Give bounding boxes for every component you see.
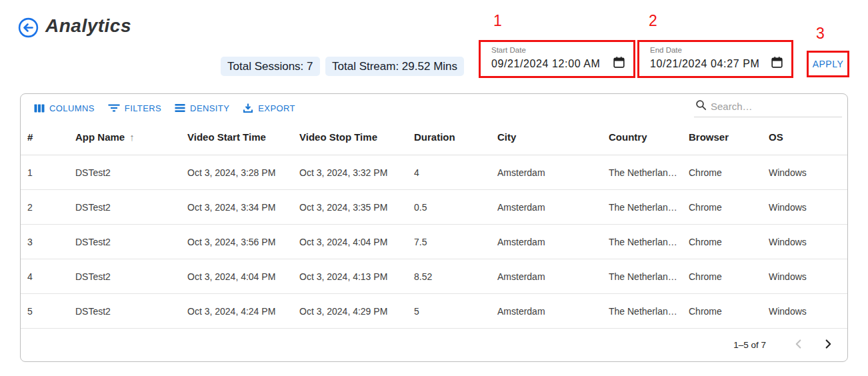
- sort-ascending-icon[interactable]: ↑: [129, 131, 135, 143]
- cell-app-name: DSTest2: [75, 271, 187, 282]
- cell-app-name: DSTest2: [75, 167, 187, 178]
- annotation-box-3: APPLY: [807, 51, 849, 77]
- cell-browser: Chrome: [689, 202, 769, 213]
- analytics-page: Analytics Total Sessions: 7 Total Stream…: [0, 0, 868, 376]
- cell-city: Amsterdam: [497, 202, 609, 213]
- annotation-number-3: 3: [816, 25, 825, 43]
- column-header-video-stop[interactable]: Video Stop Time: [299, 131, 414, 143]
- filters-button[interactable]: FILTERS: [101, 101, 168, 116]
- cell-video-stop-time: Oct 3, 2024, 4:13 PM: [299, 271, 414, 282]
- column-header-city[interactable]: City: [497, 131, 609, 143]
- end-date-value: 10/21/2024 04:27 PM: [650, 58, 759, 70]
- density-button-label: DENSITY: [190, 103, 229, 113]
- cell-index: 2: [27, 202, 75, 213]
- cell-city: Amsterdam: [497, 306, 609, 317]
- columns-button-label: COLUMNS: [49, 103, 95, 113]
- cell-app-name: DSTest2: [75, 237, 187, 247]
- cell-country: The Netherlan…: [609, 306, 689, 317]
- table-header-row: # App Name ↑ Video Start Time Video Stop…: [21, 119, 847, 155]
- cell-video-start-time: Oct 3, 2024, 3:34 PM: [187, 202, 299, 213]
- annotation-number-2: 2: [649, 12, 657, 30]
- search-input[interactable]: [711, 101, 841, 112]
- start-date-input[interactable]: Start Date 09/21/2024 12:00 AM: [481, 42, 633, 76]
- cell-duration: 4: [414, 167, 497, 178]
- calendar-icon[interactable]: [771, 56, 783, 71]
- next-page-button[interactable]: [818, 335, 838, 355]
- cell-video-start-time: Oct 3, 2024, 4:24 PM: [187, 306, 299, 317]
- cell-duration: 5: [414, 306, 497, 317]
- cell-video-stop-time: Oct 3, 2024, 4:04 PM: [299, 237, 414, 247]
- cell-duration: 7.5: [414, 237, 497, 247]
- calendar-icon[interactable]: [613, 56, 625, 71]
- cell-index: 3: [27, 237, 75, 247]
- annotation-box-1: Start Date 09/21/2024 12:00 AM: [479, 40, 635, 78]
- cell-city: Amsterdam: [497, 271, 609, 282]
- cell-app-name: DSTest2: [75, 202, 187, 213]
- search-icon: [695, 99, 707, 113]
- filters-button-label: FILTERS: [125, 103, 161, 113]
- cell-country: The Netherlan…: [609, 167, 689, 178]
- chevron-left-icon: [791, 337, 806, 353]
- cell-video-start-time: Oct 3, 2024, 4:04 PM: [187, 271, 299, 282]
- density-button[interactable]: DENSITY: [168, 101, 236, 116]
- cell-city: Amsterdam: [497, 167, 609, 178]
- cell-video-stop-time: Oct 3, 2024, 3:32 PM: [299, 167, 414, 178]
- cell-country: The Netherlan…: [609, 271, 689, 282]
- pagination-range: 1–5 of 7: [733, 340, 766, 350]
- cell-os: Windows: [769, 237, 847, 247]
- cell-browser: Chrome: [689, 271, 769, 282]
- columns-button[interactable]: COLUMNS: [27, 101, 101, 116]
- density-icon: [175, 103, 185, 113]
- cell-country: The Netherlan…: [609, 202, 689, 213]
- total-stream-badge: Total Stream: 29.52 Mins: [325, 57, 464, 76]
- start-date-label: Start Date: [491, 46, 625, 54]
- cell-duration: 8.52: [414, 271, 497, 282]
- cell-browser: Chrome: [689, 167, 769, 178]
- cell-index: 1: [27, 167, 75, 178]
- table-row[interactable]: 2 DSTest2 Oct 3, 2024, 3:34 PM Oct 3, 20…: [21, 190, 847, 225]
- column-header-country[interactable]: Country: [609, 131, 689, 143]
- apply-button[interactable]: APPLY: [813, 59, 844, 69]
- cell-app-name: DSTest2: [75, 306, 187, 317]
- chevron-right-icon: [821, 337, 835, 353]
- export-button-label: EXPORT: [258, 103, 295, 113]
- cell-browser: Chrome: [689, 237, 769, 247]
- column-header-index[interactable]: #: [27, 131, 75, 143]
- cell-duration: 0.5: [414, 202, 497, 213]
- total-sessions-badge: Total Sessions: 7: [221, 57, 320, 76]
- cell-video-start-time: Oct 3, 2024, 3:28 PM: [187, 167, 299, 178]
- table-row[interactable]: 1 DSTest2 Oct 3, 2024, 3:28 PM Oct 3, 20…: [21, 155, 847, 190]
- column-header-app-name[interactable]: App Name ↑: [75, 131, 187, 143]
- table-row[interactable]: 5 DSTest2 Oct 3, 2024, 4:24 PM Oct 3, 20…: [21, 294, 847, 329]
- page-title: Analytics: [45, 15, 131, 37]
- column-header-video-start[interactable]: Video Start Time: [187, 131, 299, 143]
- back-button[interactable]: [18, 17, 39, 38]
- cell-country: The Netherlan…: [609, 237, 689, 247]
- cell-index: 4: [27, 271, 75, 282]
- table-row[interactable]: 3 DSTest2 Oct 3, 2024, 3:56 PM Oct 3, 20…: [21, 225, 847, 259]
- previous-page-button[interactable]: [789, 335, 809, 355]
- filter-list-icon: [108, 103, 120, 113]
- table-row[interactable]: 4 DSTest2 Oct 3, 2024, 4:04 PM Oct 3, 20…: [21, 259, 847, 294]
- table-toolbar: COLUMNS FILTERS: [21, 94, 847, 119]
- arrow-left-circle-icon: [18, 30, 39, 40]
- cell-index: 5: [27, 306, 75, 317]
- end-date-input[interactable]: End Date 10/21/2024 04:27 PM: [639, 42, 791, 76]
- cell-browser: Chrome: [689, 306, 769, 317]
- cell-os: Windows: [769, 306, 847, 317]
- export-button[interactable]: EXPORT: [236, 100, 302, 116]
- start-date-value: 09/21/2024 12:00 AM: [491, 58, 601, 70]
- cell-city: Amsterdam: [497, 237, 609, 247]
- quick-filter: [694, 97, 842, 117]
- columns-icon: [34, 103, 45, 113]
- cell-video-start-time: Oct 3, 2024, 3:56 PM: [187, 237, 299, 247]
- cell-video-stop-time: Oct 3, 2024, 3:35 PM: [299, 202, 414, 213]
- annotation-number-1: 1: [493, 12, 502, 30]
- end-date-label: End Date: [650, 46, 783, 54]
- annotation-box-2: End Date 10/21/2024 04:27 PM: [637, 40, 793, 78]
- sessions-table-panel: COLUMNS FILTERS: [20, 93, 848, 362]
- column-header-browser[interactable]: Browser: [689, 131, 769, 143]
- cell-os: Windows: [769, 271, 847, 282]
- column-header-duration[interactable]: Duration: [414, 131, 497, 143]
- column-header-os[interactable]: OS: [769, 131, 847, 143]
